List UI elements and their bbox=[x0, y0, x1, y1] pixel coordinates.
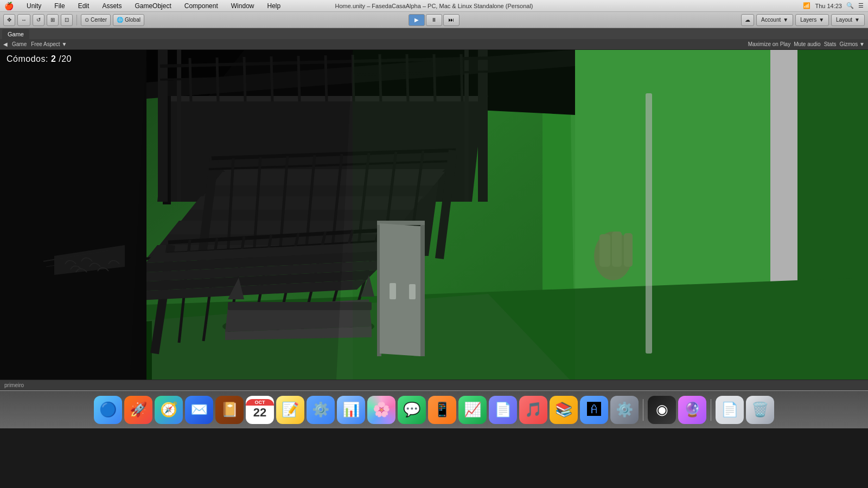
svg-rect-88 bbox=[612, 232, 622, 267]
score-display: Cómodos: 2 /20 bbox=[7, 54, 72, 64]
dock-calendar[interactable]: OCT 22 bbox=[246, 396, 274, 424]
dock-trash[interactable]: 🗑️ bbox=[746, 396, 774, 424]
status-bar: primeiro bbox=[0, 380, 868, 390]
game-viewport: Cómodos: 2 /20 bbox=[0, 50, 868, 380]
score-max: 20 bbox=[61, 54, 72, 63]
mac-menu-bar: 🍎 Unity File Edit Assets GameObject Comp… bbox=[0, 0, 868, 12]
sub-toolbar: ◀ Game Free Aspect ▼ Maximize on Play Mu… bbox=[0, 39, 868, 50]
unity-toolbar: ✥ ↔ ↺ ⊞ ⊡ ⊙ Center 🌐 Global ▶ ⏸ ⏭ ☁ Acco… bbox=[0, 12, 868, 28]
file-menu[interactable]: File bbox=[52, 2, 67, 10]
dock-files[interactable]: 📄 bbox=[716, 396, 744, 424]
tab-name: Game bbox=[12, 41, 27, 47]
window-title: Home.unity – FasedaCasaAlpha – PC, Mac &… bbox=[335, 3, 533, 9]
play-button[interactable]: ▶ bbox=[409, 14, 425, 26]
svg-marker-95 bbox=[353, 50, 575, 380]
layers-dropdown[interactable]: Layers ▼ bbox=[795, 14, 829, 26]
cloud-button[interactable]: ☁ bbox=[741, 14, 754, 26]
sub-toolbar-right: Maximize on Play Mute audio Stats Gizmos… bbox=[748, 41, 865, 47]
app-name-menu[interactable]: Unity bbox=[24, 2, 43, 10]
svg-rect-85 bbox=[646, 93, 652, 354]
status-text: primeiro bbox=[4, 382, 24, 388]
help-menu[interactable]: Help bbox=[265, 2, 283, 10]
edit-menu[interactable]: Edit bbox=[76, 2, 92, 10]
dock-sysprefs[interactable]: ⚙️ bbox=[610, 396, 639, 424]
global-icon: 🌐 bbox=[117, 17, 123, 23]
toolbar-right: ☁ Account ▼ Layers ▼ Layout ▼ bbox=[741, 14, 865, 26]
game-hud: Cómodos: 2 /20 bbox=[7, 54, 72, 64]
score-value: 2 bbox=[51, 54, 56, 63]
tool-hand[interactable]: ✥ bbox=[3, 14, 15, 26]
toolbar-sep-1 bbox=[76, 15, 77, 25]
clock: Thu 14:23 bbox=[815, 3, 842, 9]
dock-reminders[interactable]: ⚙️ bbox=[307, 396, 335, 424]
dock-mail[interactable]: ✉️ bbox=[185, 396, 213, 424]
dock-facetime[interactable]: 💬 bbox=[398, 396, 426, 424]
svg-marker-94 bbox=[130, 50, 353, 380]
tool-move[interactable]: ↔ bbox=[17, 14, 30, 26]
svg-rect-89 bbox=[624, 233, 633, 267]
dock-facetime2[interactable]: 📱 bbox=[428, 396, 456, 424]
dock-ibooks[interactable]: 📚 bbox=[550, 396, 578, 424]
dock-photos[interactable]: 🌸 bbox=[367, 396, 395, 424]
svg-rect-87 bbox=[599, 234, 610, 267]
dock-music[interactable]: 🎵 bbox=[519, 396, 547, 424]
back-arrow[interactable]: ◀ bbox=[3, 41, 8, 47]
assets-menu[interactable]: Assets bbox=[100, 2, 124, 10]
global-toggle[interactable]: 🌐 Global bbox=[113, 14, 144, 26]
tool-rotate[interactable]: ↺ bbox=[33, 14, 44, 26]
tabs-bar: Game bbox=[0, 28, 868, 39]
dock-keynote2[interactable]: 📄 bbox=[489, 396, 517, 424]
score-label: Cómodos: bbox=[7, 54, 51, 63]
dock-safari[interactable]: 🧭 bbox=[155, 396, 183, 424]
pivot-icon: ⊙ bbox=[85, 17, 89, 23]
component-menu[interactable]: Component bbox=[182, 2, 220, 10]
dock-finder[interactable]: 🔵 bbox=[94, 396, 122, 424]
center-toggle[interactable]: ⊙ Center bbox=[81, 14, 111, 26]
dock-separator bbox=[643, 399, 643, 421]
step-button[interactable]: ⏭ bbox=[443, 14, 459, 26]
svg-marker-90 bbox=[0, 50, 146, 380]
dock-cydia[interactable]: 🔮 bbox=[678, 396, 706, 424]
mac-dock: 🔵 🚀 🧭 ✉️ 📔 OCT 22 📝 ⚙️ 📊 🌸 💬 📱 📈 📄 🎵 📚 🅰… bbox=[0, 390, 868, 428]
tool-rect[interactable]: ⊡ bbox=[61, 14, 73, 26]
account-dropdown[interactable]: Account ▼ bbox=[756, 14, 793, 26]
dock-appstore[interactable]: 🅰 bbox=[580, 396, 608, 424]
maximize-on-play[interactable]: Maximize on Play bbox=[748, 41, 790, 47]
stats[interactable]: Stats bbox=[824, 41, 837, 47]
dock-separator-2 bbox=[711, 399, 711, 421]
gameobject-menu[interactable]: GameObject bbox=[132, 2, 173, 10]
control-center-icon[interactable]: ☰ bbox=[858, 2, 864, 9]
pause-button[interactable]: ⏸ bbox=[426, 14, 442, 26]
3d-scene bbox=[0, 50, 868, 380]
dropdown-arrow: ▼ bbox=[783, 17, 788, 23]
dock-unity[interactable]: ◉ bbox=[648, 396, 676, 424]
aspect-arrow: ▼ bbox=[62, 41, 67, 47]
window-menu[interactable]: Window bbox=[229, 2, 257, 10]
search-icon[interactable]: 🔍 bbox=[846, 2, 854, 9]
layout-dropdown[interactable]: Layout ▼ bbox=[831, 14, 865, 26]
tool-scale[interactable]: ⊞ bbox=[47, 14, 59, 26]
game-tab[interactable]: Game bbox=[2, 29, 29, 39]
dock-notes[interactable]: 📝 bbox=[276, 396, 304, 424]
gizmos[interactable]: Gizmos ▼ bbox=[839, 41, 865, 47]
apple-menu-icon[interactable]: 🍎 bbox=[4, 2, 14, 10]
dock-keynote[interactable]: 📊 bbox=[337, 396, 365, 424]
wifi-icon: 📶 bbox=[803, 2, 810, 9]
dock-launchpad[interactable]: 🚀 bbox=[124, 396, 152, 424]
dock-notebooks[interactable]: 📔 bbox=[215, 396, 244, 424]
layout-arrow: ▼ bbox=[854, 17, 860, 23]
mute-audio[interactable]: Mute audio bbox=[794, 41, 820, 47]
play-controls: ▶ ⏸ ⏭ bbox=[409, 14, 459, 26]
score-sep: / bbox=[56, 54, 61, 63]
layers-arrow: ▼ bbox=[819, 17, 824, 23]
aspect-dropdown[interactable]: Free Aspect ▼ bbox=[31, 41, 67, 47]
menubar-right: 📶 Thu 14:23 🔍 ☰ bbox=[803, 2, 864, 9]
dock-numbers[interactable]: 📈 bbox=[458, 396, 487, 424]
